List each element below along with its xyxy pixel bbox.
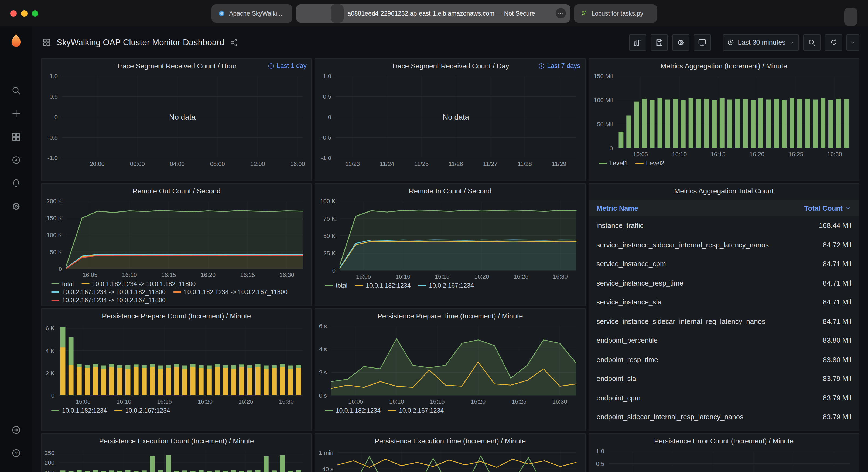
- cycle-view-button[interactable]: [694, 34, 711, 50]
- sidebar-create-button[interactable]: [4, 102, 29, 125]
- sidebar-sign-in-button[interactable]: [4, 418, 29, 441]
- sidebar-alerting-button[interactable]: [4, 171, 29, 195]
- panel-title[interactable]: Persistence Execution Time (Increment) /…: [315, 434, 585, 448]
- panel-title[interactable]: Persistence Error Count (Increment) / Mi…: [589, 434, 859, 448]
- browser-tab-skywalking[interactable]: Apache SkyWalki...: [211, 4, 292, 22]
- share-icon[interactable]: [229, 38, 238, 46]
- panel-title[interactable]: Persistence Prepare Time (Increment) / M…: [315, 309, 585, 323]
- svg-text:16:00: 16:00: [290, 161, 305, 167]
- svg-text:1.0: 1.0: [49, 73, 58, 79]
- legend-color-dash: [635, 163, 643, 164]
- legend-item[interactable]: total: [51, 281, 74, 287]
- legend-item[interactable]: 10.0.2.167:1234: [418, 282, 474, 289]
- svg-text:16:30: 16:30: [553, 273, 568, 280]
- panel-persistence-prepare-count: Persistence Prepare Count (Increment) / …: [41, 308, 312, 431]
- prepare-count-chart[interactable]: 16:0516:1016:1516:2016:2516:306 K4 K2 K0: [42, 323, 309, 406]
- browser-tab-locust[interactable]: Locust for tasks.py: [574, 4, 657, 22]
- svg-text:16:20: 16:20: [749, 151, 764, 158]
- table-row: endpoint_sidecar_internal_resp_latency_n…: [589, 407, 859, 427]
- panel-time-override[interactable]: Last 7 days: [538, 62, 581, 69]
- svg-text:16:30: 16:30: [279, 398, 294, 405]
- column-total-count[interactable]: Total Count: [804, 204, 851, 212]
- tab-overview-button[interactable]: [844, 7, 857, 26]
- tab-more-button[interactable]: [555, 8, 566, 18]
- error-count-chart[interactable]: 16:0516:1016:1516:2016:2516:301.00.50-0.…: [590, 448, 857, 472]
- panel-title[interactable]: Remote In Count / Second: [315, 184, 585, 198]
- metric-name-cell: service_instance_cpm: [596, 260, 666, 268]
- tab-label: Apache SkyWalki...: [229, 10, 282, 16]
- legend-item[interactable]: 10.0.1.182:1234: [355, 282, 410, 289]
- panel-title[interactable]: Metrics Aggregation (Increment) / Minute: [589, 59, 859, 73]
- panel-title[interactable]: Remote Out Count / Second: [41, 184, 312, 198]
- svg-text:50 K: 50 K: [323, 233, 336, 239]
- sidebar-search-button[interactable]: [4, 79, 29, 102]
- legend-item[interactable]: 10.0.2.167:1234 -> 10.0.1.182_11800: [51, 289, 166, 295]
- metrics-aggregation-chart[interactable]: 16:0516:1016:1516:2016:2516:30150 Mil100…: [590, 73, 857, 159]
- svg-text:16:05: 16:05: [633, 151, 648, 158]
- legend: Level1Level2: [589, 159, 859, 169]
- trace-day-chart[interactable]: 11/2311/2411/2511/2611/2711/2811/291.00.…: [316, 73, 583, 169]
- browser-tab-active[interactable]: a0881eed4-22961232.ap-east-1.elb.amazona…: [296, 4, 570, 22]
- fullscreen-window-button[interactable]: [32, 10, 38, 16]
- remote-out-chart[interactable]: 16:0516:1016:1516:2016:2516:30200 K150 K…: [42, 198, 309, 280]
- legend-item[interactable]: 10.0.1.182:1234: [51, 407, 107, 414]
- tab-overview-icon: [844, 7, 857, 26]
- sort-desc-icon: [845, 205, 851, 211]
- panel-persistence-prepare-time: Persistence Prepare Time (Increment) / M…: [315, 308, 586, 431]
- legend-color-dash: [51, 292, 59, 293]
- panel-title[interactable]: Metrics Aggregation Total Count: [589, 184, 859, 198]
- grafana-app: ? SkyWalking OAP Cluster Monitor Dashboa…: [0, 26, 868, 472]
- legend-item[interactable]: Level2: [635, 160, 664, 167]
- sidebar-explore-button[interactable]: [4, 148, 29, 171]
- panel-title[interactable]: Persistence Execution Count (Increment) …: [41, 434, 312, 448]
- svg-text:16:05: 16:05: [348, 398, 363, 405]
- remote-in-chart[interactable]: 16:0516:1016:1516:2016:2516:30100 K75 K5…: [316, 198, 583, 281]
- refresh-interval-button[interactable]: [846, 34, 859, 50]
- column-metric-name[interactable]: Metric Name: [596, 204, 638, 212]
- legend-item[interactable]: 10.0.2.167:1234: [388, 407, 444, 414]
- metric-name-cell: service_instance_sla: [596, 298, 661, 306]
- execution-time-chart[interactable]: 16:0516:1016:1516:2016:2516:301 min40 s2…: [316, 448, 583, 472]
- total-count-cell: 83.79 Mil: [823, 413, 851, 421]
- svg-text:16:15: 16:15: [711, 151, 725, 158]
- help-icon: ?: [11, 447, 22, 458]
- add-panel-button[interactable]: [629, 34, 646, 50]
- legend-item[interactable]: 10.0.2.167:1234: [114, 407, 170, 414]
- legend-item[interactable]: 10.0.2.167:1234 -> 10.0.2.167_11800: [51, 297, 166, 303]
- sidebar-help-button[interactable]: ?: [4, 441, 29, 465]
- svg-text:4 K: 4 K: [45, 347, 55, 354]
- dashboard-settings-button[interactable]: [672, 34, 689, 50]
- legend-item[interactable]: 10.0.1.182:1234: [325, 407, 381, 414]
- legend-item[interactable]: Level1: [598, 160, 628, 167]
- sidebar-dashboards-button[interactable]: [4, 125, 29, 148]
- time-range-picker[interactable]: Last 30 minutes: [723, 34, 799, 50]
- refresh-button[interactable]: [825, 34, 842, 50]
- dashboard-apps-icon[interactable]: [42, 38, 51, 47]
- panel-metrics-total-table: Metrics Aggregation Total Count Metric N…: [588, 183, 859, 431]
- execution-count-chart[interactable]: 16:0516:1016:1516:2016:2516:302502001501…: [42, 448, 309, 472]
- sidebar-configuration-button[interactable]: [4, 195, 29, 218]
- prepare-time-chart[interactable]: 16:0516:1016:1516:2016:2516:306 s4 s2 s0…: [316, 323, 583, 406]
- zoom-out-button[interactable]: [803, 34, 820, 50]
- svg-text:6 s: 6 s: [319, 323, 327, 330]
- legend-item[interactable]: total: [325, 282, 348, 289]
- legend-label: 10.0.2.167:1234: [399, 407, 444, 414]
- svg-text:20:00: 20:00: [90, 161, 105, 167]
- close-window-button[interactable]: [10, 10, 17, 16]
- legend-item[interactable]: 10.0.1.182:1234 -> 10.0.1.182_11800: [82, 281, 196, 287]
- grafana-logo[interactable]: [8, 32, 24, 50]
- save-dashboard-button[interactable]: [651, 34, 668, 50]
- svg-text:0: 0: [59, 266, 62, 272]
- panel-time-override[interactable]: Last 1 day: [268, 62, 307, 69]
- legend-item[interactable]: 10.0.1.182:1234 -> 10.0.2.167_11800: [173, 289, 287, 295]
- panel-time-override-label: Last 7 days: [547, 62, 581, 69]
- table-row: service_instance_sla84.71 Mil: [589, 293, 859, 312]
- svg-text:1.0: 1.0: [596, 448, 604, 454]
- panel-title[interactable]: Persistence Prepare Count (Increment) / …: [41, 309, 312, 323]
- legend: 10.0.1.182:123410.0.2.167:1234: [41, 406, 312, 416]
- panel-remote-out: Remote Out Count / Second 16:0516:1016:1…: [41, 183, 312, 306]
- trace-hour-chart[interactable]: 20:0000:0004:0008:0012:0016:001.00.50-0.…: [42, 73, 309, 169]
- minimize-window-button[interactable]: [21, 10, 28, 16]
- svg-text:150 K: 150 K: [46, 215, 62, 222]
- table-row: endpoint_sla83.79 Mil: [589, 369, 859, 388]
